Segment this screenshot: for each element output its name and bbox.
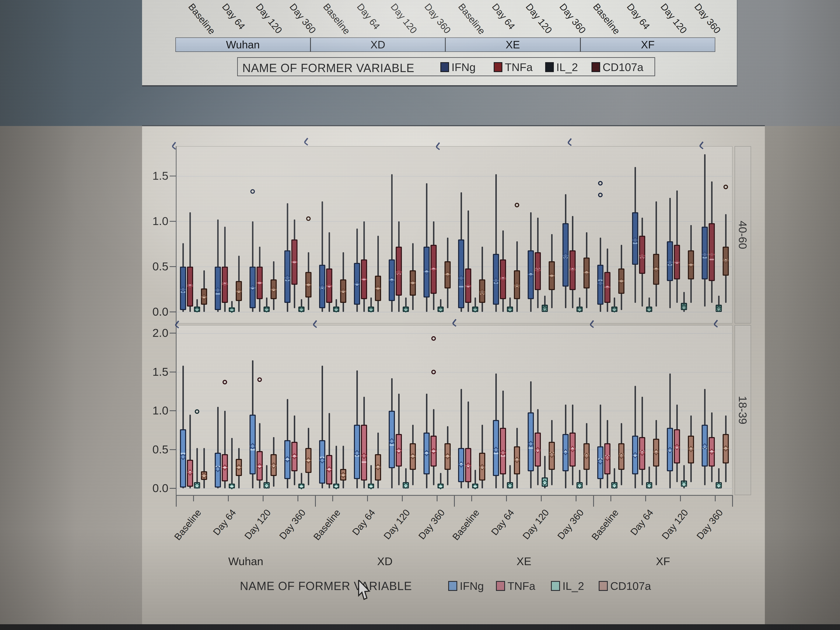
variant-separator-tick xyxy=(732,495,733,507)
whisker-IL_2 xyxy=(231,438,233,488)
variant-label-XF: XF xyxy=(632,555,694,568)
variant-band-cell: XD xyxy=(311,38,445,52)
legend-item: TNFa xyxy=(496,579,535,592)
row-strip-label: 40-60 xyxy=(736,221,749,249)
y-tick-label: 0.0 xyxy=(143,305,168,318)
y-axis-tick xyxy=(170,372,176,373)
variant-label-XD: XD xyxy=(354,555,416,568)
box-IFNg-XE-Baseline xyxy=(458,240,464,308)
outlier-CD107a xyxy=(515,203,519,207)
legend-item-label: IL_2 xyxy=(562,579,584,592)
legend-item-label: IL_2 xyxy=(556,61,578,74)
x-axis-tick xyxy=(297,495,298,501)
render-artifact-mark xyxy=(303,137,311,145)
legend-title: NAME OF FORMER VARIABLE xyxy=(240,579,412,593)
variant-separator-tick xyxy=(315,495,316,507)
legend-swatch-IFNg xyxy=(441,62,449,72)
whisker-CD107a xyxy=(343,446,344,488)
x-axis-tick xyxy=(715,495,716,501)
y-tick-label: 1.0 xyxy=(143,214,168,228)
y-axis-tick xyxy=(170,311,176,312)
x-axis-tick xyxy=(332,495,333,501)
y-tick-label: 1.5 xyxy=(143,365,168,378)
variant-band-cell: Wuhan xyxy=(175,38,311,52)
x-axis-tick xyxy=(541,495,542,501)
row-strip-18-39: 18-39 xyxy=(734,325,751,495)
y-axis-tick xyxy=(170,266,176,267)
variant-separator-tick xyxy=(454,495,455,507)
legend-swatch-CD107a xyxy=(599,581,608,591)
legend-item: IFNg xyxy=(441,61,475,74)
x-axis-tick xyxy=(576,495,576,501)
outlier-IFNg xyxy=(250,189,255,194)
legend-swatch-IFNg xyxy=(448,581,457,591)
x-axis-tick xyxy=(471,495,472,501)
top-chart-legend: NAME OF FORMER VARIABLE IFNgTNFaIL_2CD10… xyxy=(237,57,655,76)
y-axis-tick xyxy=(170,411,176,411)
median-line-IFNg xyxy=(494,453,498,454)
legend-item: IL_2 xyxy=(551,579,584,592)
median-line-TNFa xyxy=(709,259,714,260)
legend-swatch-IL_2 xyxy=(545,62,554,72)
legend-item: CD107a xyxy=(592,61,643,74)
y-tick-label: 0.5 xyxy=(143,260,168,273)
median-line-IFNg xyxy=(459,286,463,287)
variant-band-label: XF xyxy=(641,38,655,51)
legend-item-label: TNFa xyxy=(507,579,535,592)
render-artifact-mark xyxy=(567,138,575,146)
median-line-IFNg xyxy=(216,293,220,295)
legend-item: CD107a xyxy=(599,579,651,592)
whisker-CD107a xyxy=(204,448,205,488)
y-tick-label: 2.0 xyxy=(143,326,168,339)
legend-item: IL_2 xyxy=(545,61,578,74)
variant-label-Wuhan: Wuhan xyxy=(215,555,277,568)
taskbar xyxy=(0,624,840,630)
variant-band-cell: XF xyxy=(580,38,715,52)
outlier-IFNg xyxy=(598,181,603,185)
y-axis-tick xyxy=(170,221,176,222)
row-strip-label: 18-39 xyxy=(736,396,749,424)
y-tick-label: 0.0 xyxy=(143,482,168,495)
variant-separator-tick xyxy=(593,495,594,507)
legend-swatch-TNFa xyxy=(496,581,505,591)
median-line-IFNg xyxy=(390,444,394,446)
legend-swatch-TNFa xyxy=(494,62,502,72)
legend-item-label: CD107a xyxy=(610,579,651,592)
median-line-IFNg xyxy=(529,447,533,449)
y-axis-line xyxy=(176,146,177,495)
variant-band-label: XD xyxy=(370,38,385,51)
x-axis-tick xyxy=(228,495,229,501)
gridline xyxy=(176,372,733,373)
y-axis-tick xyxy=(170,488,176,489)
legend-swatch-IL_2 xyxy=(551,581,560,591)
x-axis-tick xyxy=(506,495,507,501)
legend-item: TNFa xyxy=(494,61,533,74)
y-axis-tick xyxy=(170,333,176,333)
x-axis-tick xyxy=(367,495,368,501)
legend-item-label: IFNg xyxy=(460,579,484,592)
x-axis-tick xyxy=(680,495,681,501)
x-axis-tick xyxy=(193,495,194,501)
outlier-TNFa xyxy=(431,370,436,374)
legend-item-label: IFNg xyxy=(452,61,475,74)
mouse-cursor-icon xyxy=(358,580,372,602)
main-chart-window: 0.00.51.01.540-600.00.51.01.52.018-39Bas… xyxy=(142,125,765,624)
legend-item: IFNg xyxy=(448,579,484,592)
x-axis-tick xyxy=(610,495,611,501)
photographed-screen: BaselineDay 64Day 120Day 360BaselineDay … xyxy=(0,0,840,630)
y-tick-label: 1.0 xyxy=(143,404,168,417)
variant-band-label: Wuhan xyxy=(226,38,260,51)
y-tick-label: 1.5 xyxy=(143,169,168,182)
outlier-CD107a xyxy=(306,216,311,221)
x-axis-tick xyxy=(402,495,403,501)
legend-item-label: TNFa xyxy=(505,61,533,74)
legend-title: NAME OF FORMER VARIABLE xyxy=(242,61,414,75)
gridline xyxy=(176,221,733,222)
x-axis-tick xyxy=(437,495,437,501)
top-chart-window: BaselineDay 64Day 120Day 360BaselineDay … xyxy=(142,0,737,87)
y-axis-tick xyxy=(170,449,176,450)
row-strip-40-60: 40-60 xyxy=(734,146,751,324)
outlier-TNFa xyxy=(223,380,227,384)
gridline xyxy=(176,176,733,177)
variant-band-label: XE xyxy=(506,38,520,51)
